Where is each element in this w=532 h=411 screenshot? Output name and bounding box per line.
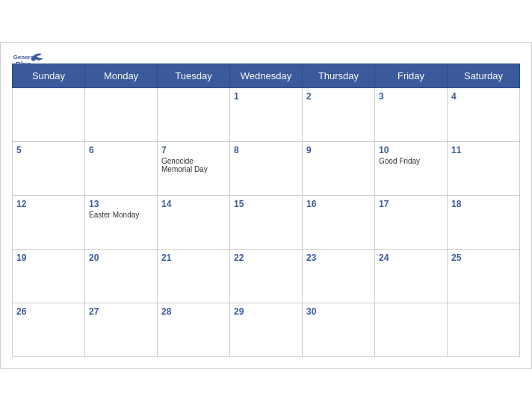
calendar-cell-1-0: 5	[13, 142, 85, 196]
day-number: 20	[89, 253, 153, 263]
calendar-cell-1-5: 10Good Friday	[375, 142, 448, 196]
week-row-4: 2627282930	[13, 303, 520, 357]
brand-logo-area: General Blue	[12, 50, 45, 77]
calendar-cell-0-2	[158, 88, 230, 142]
day-number: 1	[234, 91, 298, 102]
holiday-label: Genocide Memorial Day	[161, 157, 226, 173]
calendar-cell-1-2: 7Genocide Memorial Day	[158, 142, 230, 196]
week-row-1: 567Genocide Memorial Day8910Good Friday1…	[13, 142, 520, 196]
day-number: 29	[234, 306, 298, 317]
weekday-header-wednesday: Wednesday	[230, 64, 303, 88]
holiday-label: Good Friday	[379, 157, 443, 165]
calendar-cell-3-0: 19	[13, 250, 85, 303]
day-number: 3	[379, 91, 443, 102]
day-number: 10	[379, 145, 443, 155]
day-number: 6	[89, 145, 153, 155]
calendar-cell-1-6: 11	[448, 142, 520, 196]
calendar-cell-1-1: 6	[85, 142, 158, 196]
calendar-cell-2-1: 13Easter Monday	[85, 196, 158, 250]
day-number: 21	[161, 253, 226, 263]
calendar-cell-4-4: 30	[303, 303, 375, 357]
weekday-header-thursday: Thursday	[303, 64, 375, 88]
calendar-cell-4-5	[375, 303, 448, 357]
calendar-cell-4-6	[448, 303, 520, 357]
calendar-cell-3-5: 24	[375, 250, 448, 303]
calendar-header: General Blue	[12, 50, 520, 59]
calendar-table: SundayMondayTuesdayWednesdayThursdayFrid…	[12, 64, 520, 357]
calendar-cell-2-5: 17	[375, 196, 448, 250]
calendar-cell-0-6: 4	[448, 88, 520, 142]
calendar-cell-1-3: 8	[230, 142, 303, 196]
calendar-cell-4-2: 28	[158, 303, 230, 357]
day-number: 15	[234, 199, 298, 209]
weekday-header-saturday: Saturday	[448, 64, 520, 88]
calendar-cell-3-2: 21	[158, 250, 230, 303]
week-row-0: 1234	[13, 88, 520, 142]
calendar-tbody: 1234567Genocide Memorial Day8910Good Fri…	[13, 88, 520, 357]
calendar-cell-1-4: 9	[303, 142, 375, 196]
day-number: 24	[379, 253, 443, 263]
calendar-container: General Blue SundayMondayTuesdayWednesda…	[0, 42, 532, 369]
day-number: 28	[161, 306, 226, 317]
weekday-header-row: SundayMondayTuesdayWednesdayThursdayFrid…	[13, 64, 520, 88]
day-number: 30	[306, 306, 371, 317]
calendar-cell-3-3: 22	[230, 250, 303, 303]
calendar-cell-2-0: 12	[13, 196, 85, 250]
day-number: 11	[451, 145, 516, 155]
day-number: 25	[451, 253, 516, 263]
week-row-3: 19202122232425	[13, 250, 520, 303]
calendar-cell-4-1: 27	[85, 303, 158, 357]
week-row-2: 1213Easter Monday1415161718	[13, 196, 520, 250]
day-number: 5	[16, 145, 81, 155]
day-number: 2	[306, 91, 371, 102]
day-number: 18	[451, 199, 516, 209]
day-number: 27	[89, 306, 153, 317]
calendar-cell-0-1	[85, 88, 158, 142]
weekday-header-monday: Monday	[85, 64, 158, 88]
calendar-cell-3-4: 23	[303, 250, 375, 303]
weekday-header-tuesday: Tuesday	[158, 64, 230, 88]
calendar-cell-3-1: 20	[85, 250, 158, 303]
day-number: 4	[451, 91, 516, 102]
calendar-thead: SundayMondayTuesdayWednesdayThursdayFrid…	[13, 64, 520, 88]
day-number: 12	[16, 199, 81, 209]
svg-text:Blue: Blue	[16, 60, 31, 68]
calendar-cell-2-2: 14	[158, 196, 230, 250]
calendar-cell-4-3: 29	[230, 303, 303, 357]
day-number: 23	[306, 253, 371, 263]
calendar-cell-2-4: 16	[303, 196, 375, 250]
day-number: 13	[89, 199, 153, 209]
day-number: 16	[306, 199, 371, 209]
day-number: 14	[161, 199, 226, 209]
day-number: 8	[234, 145, 298, 155]
calendar-cell-0-5: 3	[375, 88, 448, 142]
day-number: 9	[306, 145, 371, 155]
calendar-cell-0-3: 1	[230, 88, 303, 142]
weekday-header-friday: Friday	[375, 64, 448, 88]
calendar-cell-2-3: 15	[230, 196, 303, 250]
calendar-cell-2-6: 18	[448, 196, 520, 250]
day-number: 7	[161, 145, 226, 155]
calendar-cell-3-6: 25	[448, 250, 520, 303]
day-number: 22	[234, 253, 298, 263]
day-number: 26	[16, 306, 81, 317]
day-number: 17	[379, 199, 443, 209]
calendar-cell-0-4: 2	[303, 88, 375, 142]
holiday-label: Easter Monday	[89, 211, 153, 219]
calendar-cell-0-0	[13, 88, 85, 142]
calendar-cell-4-0: 26	[13, 303, 85, 357]
day-number: 19	[16, 253, 81, 263]
